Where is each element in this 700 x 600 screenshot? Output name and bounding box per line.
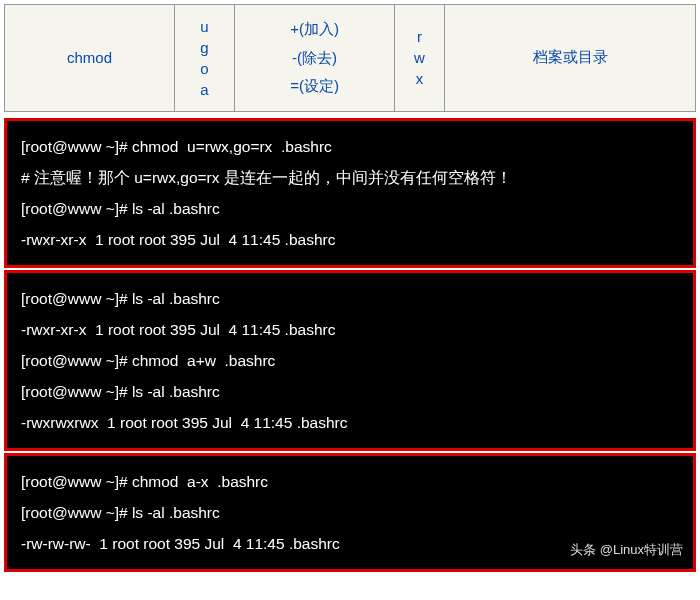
- perm-r: r: [407, 26, 432, 47]
- terminal-line: [root@www ~]# ls -al .bashrc: [21, 376, 683, 407]
- terminal-line: [root@www ~]# chmod u=rwx,go=rx .bashrc: [21, 131, 683, 162]
- perm-x: x: [407, 68, 432, 89]
- terminal-group: [root@www ~]# chmod u=rwx,go=rx .bashrc …: [4, 118, 696, 572]
- syntax-perm-cell: r w x: [395, 5, 445, 112]
- perm-w: w: [407, 47, 432, 68]
- terminal-line: -rwxr-xr-x 1 root root 395 Jul 4 11:45 .…: [21, 224, 683, 255]
- terminal-block-2: [root@www ~]# ls -al .bashrc -rwxr-xr-x …: [4, 270, 696, 451]
- syntax-who-cell: u g o a: [175, 5, 235, 112]
- watermark-text: 头条 @Linux特训营: [570, 537, 683, 563]
- terminal-block-1: [root@www ~]# chmod u=rwx,go=rx .bashrc …: [4, 118, 696, 268]
- op-minus: -(除去): [247, 44, 382, 73]
- terminal-line: [root@www ~]# chmod a-x .bashrc: [21, 466, 683, 497]
- syntax-command-cell: chmod: [5, 5, 175, 112]
- terminal-line: [root@www ~]# ls -al .bashrc: [21, 497, 683, 528]
- terminal-line: [root@www ~]# chmod a+w .bashrc: [21, 345, 683, 376]
- terminal-line: # 注意喔！那个 u=rwx,go=rx 是连在一起的，中间并没有任何空格符！: [21, 162, 683, 193]
- syntax-target-cell: 档案或目录: [445, 5, 696, 112]
- terminal-line: -rwxrwxrwx 1 root root 395 Jul 4 11:45 .…: [21, 407, 683, 438]
- terminal-line: [root@www ~]# ls -al .bashrc: [21, 193, 683, 224]
- who-a: a: [187, 79, 222, 100]
- who-o: o: [187, 58, 222, 79]
- op-equal: =(设定): [247, 72, 382, 101]
- terminal-line: [root@www ~]# ls -al .bashrc: [21, 283, 683, 314]
- who-u: u: [187, 16, 222, 37]
- who-g: g: [187, 37, 222, 58]
- op-plus: +(加入): [247, 15, 382, 44]
- chmod-syntax-table: chmod u g o a +(加入) -(除去) =(设定) r w x 档案…: [4, 4, 696, 112]
- syntax-operator-cell: +(加入) -(除去) =(设定): [235, 5, 395, 112]
- terminal-line: -rwxr-xr-x 1 root root 395 Jul 4 11:45 .…: [21, 314, 683, 345]
- terminal-block-3: [root@www ~]# chmod a-x .bashrc [root@ww…: [4, 453, 696, 572]
